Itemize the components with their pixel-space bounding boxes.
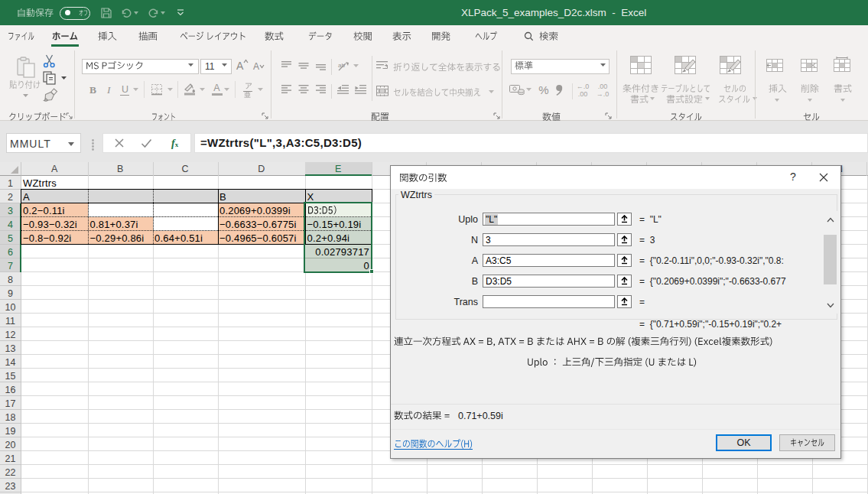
svg-text:ab: ab <box>338 62 345 69</box>
